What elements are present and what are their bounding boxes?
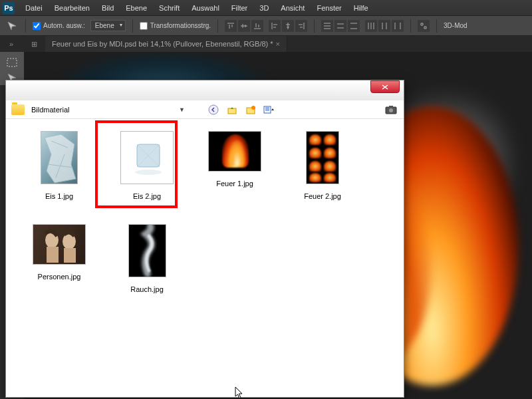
view-menu-button[interactable] (262, 102, 277, 117)
thumbnail (208, 131, 261, 172)
divider (436, 19, 437, 33)
file-item[interactable]: Feuer 2.jpg (279, 126, 366, 219)
move-tool-icon[interactable] (5, 19, 19, 33)
divider (132, 19, 133, 33)
svg-rect-8 (389, 106, 393, 108)
thumbnail (128, 224, 166, 277)
align-group-2 (269, 20, 307, 32)
transform-check[interactable]: Transformationsstrg. (140, 22, 211, 30)
back-icon (208, 104, 219, 115)
close-icon (382, 84, 388, 90)
menu-window[interactable]: Fenster (311, 2, 346, 14)
align-top-icon[interactable] (225, 20, 237, 32)
thumbnail (33, 224, 86, 265)
folder-icon (11, 104, 25, 115)
distribute-right-icon[interactable] (392, 20, 404, 32)
align-left-icon[interactable] (269, 20, 281, 32)
tab-title: Feuer und Eis by MDI.psd bei 14,1% (Pull… (52, 40, 273, 48)
divider (25, 19, 26, 33)
dialog-toolbar: Bildmaterial ▼ (6, 100, 404, 119)
divider (217, 19, 218, 33)
menu-image[interactable]: Bild (96, 2, 119, 14)
camera-icon (385, 105, 397, 114)
divider (410, 19, 411, 33)
file-item[interactable]: Feuer 1.jpg (191, 126, 279, 219)
folder-up-icon (227, 104, 237, 115)
svg-point-10 (135, 170, 162, 175)
file-name: Rauch.jpg (130, 285, 164, 293)
distribute-group-2 (365, 20, 404, 32)
dialog-titlebar[interactable] (6, 80, 404, 100)
menu-edit[interactable]: Bearbeiten (49, 2, 95, 14)
menu-filter[interactable]: Filter (226, 2, 253, 14)
distribute-top-icon[interactable] (321, 20, 333, 32)
folder-path[interactable]: Bildmaterial (29, 104, 175, 116)
menu-type[interactable]: Schrift (154, 2, 185, 14)
up-button[interactable] (225, 102, 239, 117)
close-button[interactable] (370, 80, 400, 93)
auto-align-icon[interactable] (418, 20, 430, 32)
menu-select[interactable]: Auswahl (186, 2, 225, 14)
svg-rect-2 (228, 108, 236, 114)
thumbnail (120, 131, 174, 184)
file-item[interactable]: Personen.jpg (15, 219, 103, 312)
file-name: Eis 2.jpg (133, 192, 161, 200)
mode-3d-label: 3D-Mod (444, 22, 467, 29)
new-folder-icon (245, 104, 256, 115)
menu-view[interactable]: Ansicht (275, 2, 310, 14)
path-dropdown-icon[interactable]: ▼ (179, 106, 185, 113)
file-grid[interactable]: Eis 1.jpg Eis 2.jpg Feuer 1.jpg (6, 119, 404, 397)
options-bar: Autom. ausw.: Ebene Transformationsstrg. (0, 16, 532, 36)
thumbnail (41, 131, 78, 184)
auto-select-checkbox[interactable] (33, 22, 41, 30)
file-item[interactable]: Rauch.jpg (103, 219, 191, 312)
distribute-bottom-icon[interactable] (348, 20, 360, 32)
document-tabs: » ⊞ Feuer und Eis by MDI.psd bei 14,1% (… (0, 36, 532, 52)
file-item[interactable]: Eis 1.jpg (15, 126, 103, 219)
align-vcenter-icon[interactable] (238, 20, 250, 32)
thumbnail (306, 131, 339, 184)
file-name: Eis 1.jpg (45, 192, 73, 200)
photoshop-root: Ps Datei Bearbeiten Bild Ebene Schrift A… (0, 0, 532, 399)
distribute-group-1 (321, 20, 360, 32)
transform-checkbox[interactable] (140, 22, 148, 30)
marquee-tool-icon[interactable] (3, 55, 21, 69)
back-button[interactable] (206, 102, 221, 117)
auto-select-label: Autom. ausw.: (43, 22, 85, 29)
align-group-1 (225, 20, 263, 32)
camera-button[interactable] (384, 102, 398, 117)
tab-close-icon[interactable]: × (276, 40, 280, 48)
transform-label: Transformationsstrg. (150, 22, 211, 29)
target-select[interactable]: Ebene (90, 20, 126, 31)
new-folder-button[interactable] (243, 102, 258, 117)
file-item[interactable]: Eis 2.jpg (103, 126, 191, 219)
distribute-left-icon[interactable] (365, 20, 377, 32)
menu-help[interactable]: Hilfe (348, 2, 374, 14)
svg-rect-13 (47, 247, 59, 263)
distribute-hcenter-icon[interactable] (378, 20, 390, 32)
svg-rect-14 (64, 248, 76, 263)
menu-layer[interactable]: Ebene (120, 2, 152, 14)
align-right-icon[interactable] (295, 20, 307, 32)
divider (314, 19, 315, 33)
align-bottom-icon[interactable] (251, 20, 263, 32)
menu-3d[interactable]: 3D (254, 2, 274, 14)
menubar: Ps Datei Bearbeiten Bild Ebene Schrift A… (0, 0, 532, 16)
view-icon (263, 104, 275, 115)
svg-point-4 (251, 106, 255, 110)
auto-align-group (418, 20, 430, 32)
photoshop-logo: Ps (3, 2, 15, 14)
distribute-vcenter-icon[interactable] (334, 20, 346, 32)
file-name: Feuer 1.jpg (216, 180, 253, 188)
document-tab[interactable]: Feuer und Eis by MDI.psd bei 14,1% (Pull… (45, 36, 287, 52)
file-open-dialog: Bildmaterial ▼ E (5, 80, 404, 398)
menu-file[interactable]: Datei (20, 2, 48, 14)
svg-point-1 (209, 105, 218, 114)
auto-select-check[interactable]: Autom. ausw.: (33, 22, 85, 30)
tab-collapse-icon[interactable]: » (0, 36, 23, 52)
file-name: Feuer 2.jpg (304, 192, 341, 200)
file-name: Personen.jpg (38, 273, 81, 281)
svg-rect-0 (7, 59, 17, 66)
align-hcenter-icon[interactable] (282, 20, 294, 32)
tab-arrange-icon[interactable]: ⊞ (23, 36, 45, 52)
